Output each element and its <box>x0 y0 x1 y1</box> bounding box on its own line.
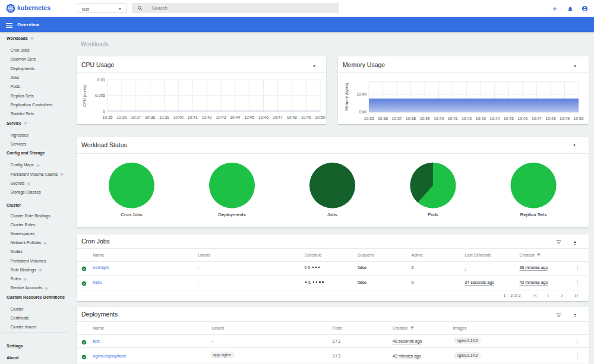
svg-text:CPU (cores): CPU (cores) <box>83 84 87 106</box>
svg-text:Jobs: Jobs <box>327 211 337 217</box>
svg-text:10:41: 10:41 <box>187 115 197 119</box>
svg-text:10:37: 10:37 <box>131 115 141 119</box>
svg-text:10:36: 10:36 <box>378 116 388 121</box>
svg-text:10:47: 10:47 <box>272 115 282 119</box>
svg-text:10:35: 10:35 <box>364 116 374 121</box>
svg-text:10:49: 10:49 <box>301 115 311 119</box>
svg-text:10:49: 10:49 <box>559 116 569 121</box>
svg-text:10:40: 10:40 <box>434 116 444 121</box>
svg-text:10:40: 10:40 <box>173 115 183 119</box>
svg-text:10:50: 10:50 <box>315 115 325 119</box>
svg-text:10:42: 10:42 <box>462 116 472 121</box>
svg-text:10:48: 10:48 <box>286 115 296 119</box>
svg-text:10:44: 10:44 <box>489 116 500 121</box>
svg-text:10:38: 10:38 <box>145 115 155 119</box>
svg-text:10:37: 10:37 <box>391 116 402 121</box>
svg-text:10:36: 10:36 <box>116 115 127 119</box>
svg-text:0.005: 0.005 <box>94 93 105 97</box>
svg-text:10:45: 10:45 <box>503 116 513 121</box>
svg-text:Cron Jobs: Cron Jobs <box>121 211 142 217</box>
svg-text:10:41: 10:41 <box>447 116 457 121</box>
svg-text:10:42: 10:42 <box>201 115 211 119</box>
svg-text:10:47: 10:47 <box>531 116 541 121</box>
svg-text:0.01: 0.01 <box>97 78 105 82</box>
svg-text:10:44: 10:44 <box>230 115 240 119</box>
svg-text:10:46: 10:46 <box>517 116 527 121</box>
svg-text:0 Mi: 0 Mi <box>359 110 366 114</box>
svg-text:10:43: 10:43 <box>475 116 485 121</box>
svg-text:10:48: 10:48 <box>545 116 555 121</box>
svg-text:Memory (bytes): Memory (bytes) <box>345 83 349 110</box>
svg-text:10:46: 10:46 <box>258 115 268 119</box>
svg-text:10:50: 10:50 <box>573 116 583 121</box>
svg-text:Deployments: Deployments <box>218 211 246 217</box>
svg-text:0: 0 <box>103 109 105 113</box>
svg-text:10:39: 10:39 <box>419 116 429 121</box>
svg-text:Replica Sets: Replica Sets <box>520 211 546 217</box>
svg-text:Pods: Pods <box>427 211 438 217</box>
svg-text:10:45: 10:45 <box>244 115 254 119</box>
svg-text:10:43: 10:43 <box>216 115 226 119</box>
svg-text:10 Mi: 10 Mi <box>356 92 366 96</box>
svg-text:10:39: 10:39 <box>159 115 169 119</box>
svg-text:10:38: 10:38 <box>406 116 416 121</box>
svg-text:10:35: 10:35 <box>102 115 112 119</box>
